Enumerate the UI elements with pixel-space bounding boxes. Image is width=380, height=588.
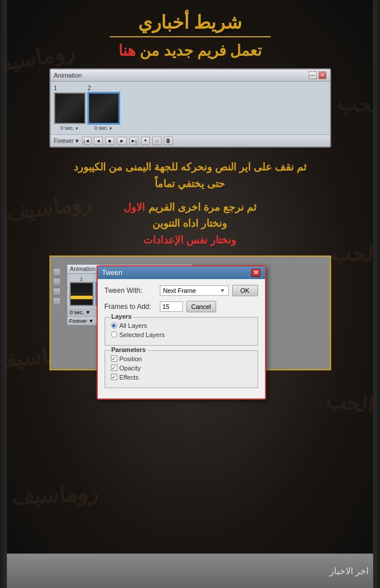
frame-1-number: 1 [54, 85, 57, 91]
side-btn-2[interactable] [53, 278, 61, 286]
animation-controls: Forever ▼ |◄ ◄ ■ ► ►| ✦ □ 🗑 [51, 134, 330, 146]
close-button[interactable]: ✕ [318, 71, 327, 79]
watermark-7: روماسيف [11, 480, 98, 510]
delete-frame-button[interactable]: 🗑 [164, 137, 173, 145]
all-layers-label: All Layers [120, 322, 147, 329]
frame-1: 1 0 sec. ▼ [54, 85, 86, 131]
text-block-2: ثم نرجع مرة اخرى الفريم الاول ونختار ادا… [14, 199, 366, 249]
parameters-section: Parameters ✓ Position ✓ [105, 350, 258, 388]
all-layers-row[interactable]: All Layers [111, 322, 252, 329]
step-forward-button[interactable]: ►| [129, 137, 139, 145]
text-block-2-line2: ونختار اداه التنوين [14, 215, 366, 232]
tween-close-button[interactable]: ✕ [251, 269, 260, 277]
text-block-1-line1: ثم نقف على اير النص ونحركه للجهة اليمنى … [14, 159, 366, 176]
skip-back-button[interactable]: |◄ [82, 137, 91, 145]
animation-panel-title: Animation [54, 72, 82, 79]
step-back-button[interactable]: ◄ [94, 137, 103, 145]
effects-checkbox[interactable]: ✓ [111, 374, 117, 380]
text-block-2-line1-wrap: ثم نرجع مرة اخرى الفريم الاول [14, 199, 366, 216]
opacity-label: Opacity [120, 365, 141, 372]
tween-with-row: Tween With: Next Frame ▼ OK [105, 285, 258, 296]
new-frame-button[interactable]: □ [152, 137, 162, 145]
small-frame-1: 1 [70, 276, 94, 306]
tween-with-arrow: ▼ [220, 288, 225, 293]
frames-to-add-row: Frames to Add: Cancel [105, 301, 258, 312]
frame-1-time: 0 sec. ▼ [60, 125, 79, 131]
subtitle: تعمل فريم جديد من هنا [9, 42, 371, 60]
side-btn-1[interactable] [53, 268, 61, 276]
small-frame-1-number: 1 [80, 276, 83, 282]
header-section: شريط أخباري [9, 11, 371, 37]
frame-1-content [55, 94, 85, 123]
cancel-button[interactable]: Cancel [186, 301, 216, 312]
bottom-bar-text: اخر الاخبار [329, 566, 369, 577]
effects-row[interactable]: ✓ Effects [111, 374, 252, 381]
text-block-2-line1: ثم نرجع مرة اخرى الفريم [148, 202, 256, 213]
tween-button[interactable]: ✦ [141, 137, 150, 145]
tween-container: Animation 1 2 [49, 256, 331, 370]
tween-with-value: Next Frame [163, 287, 196, 294]
effects-label: Effects [120, 374, 139, 381]
title-underline [110, 36, 271, 37]
frame-2: 2 0 sec. ▼ [88, 85, 120, 131]
titlebar-buttons: — ✕ [309, 71, 327, 79]
selected-layers-row[interactable]: Selected Layers [111, 331, 252, 338]
stop-button[interactable]: ■ [105, 137, 114, 145]
minimize-button[interactable]: — [309, 71, 317, 79]
bottom-bar: اخر الاخبار [0, 554, 380, 588]
side-bar-left [0, 0, 7, 588]
effects-check-mark: ✓ [112, 374, 116, 380]
small-frame-1-thumb[interactable] [70, 282, 94, 306]
layers-section: Layers All Layers Selected Layers [105, 317, 258, 346]
side-panel-buttons [53, 268, 61, 305]
loop-selector[interactable]: Forever ▼ [54, 138, 80, 144]
ok-button[interactable]: OK [232, 285, 258, 296]
tween-with-label: Tween With: [105, 287, 156, 295]
frame-2-thumb[interactable] [88, 92, 120, 124]
play-button[interactable]: ► [117, 137, 127, 145]
side-bar-right [373, 0, 380, 588]
page-title: شريط أخباري [9, 11, 371, 33]
content-area: شريط أخباري تعمل فريم جديد من هنا Animat… [0, 0, 380, 425]
frames-to-add-label: Frames to Add: [105, 303, 156, 311]
all-layers-radio[interactable] [111, 322, 117, 328]
small-time-value: 0 sec. [70, 310, 84, 315]
tween-dialog: Tween ✕ Tween With: Next Frame ▼ OK [97, 265, 266, 400]
frame-1-thumb[interactable] [54, 92, 86, 124]
position-check-mark: ✓ [112, 356, 116, 362]
opacity-checkbox[interactable]: ✓ [111, 365, 117, 371]
selected-layers-radio[interactable] [111, 331, 117, 338]
position-checkbox[interactable]: ✓ [111, 355, 117, 362]
frame-2-content [89, 94, 118, 123]
black-bar [71, 292, 93, 296]
small-time-arrow: ▼ [86, 310, 91, 315]
background-panel: Animation 1 2 [49, 256, 331, 370]
opacity-check-mark: ✓ [112, 365, 116, 371]
frame-1-time-arrow[interactable]: ▼ [75, 126, 79, 130]
loop-arrow: ▼ [74, 138, 80, 144]
side-btn-3[interactable] [53, 288, 61, 296]
side-btn-4[interactable] [53, 297, 61, 305]
layers-section-title: Layers [110, 313, 133, 320]
parameters-section-title: Parameters [110, 346, 148, 353]
tween-dialog-title: Tween [102, 269, 122, 277]
frame-1-time-value: 0 sec. [60, 125, 74, 131]
frame-2-time-value: 0 sec. [94, 125, 108, 131]
loop-label: Forever [54, 138, 74, 144]
subtitle-prefix: تعمل فريم جديد من [140, 42, 262, 59]
frame-2-number: 2 [88, 85, 91, 91]
main-background: روماسيف الحب روماسيف الحب روماسيف الحب ر… [0, 0, 380, 588]
text-block-2-red: الاول [124, 202, 145, 213]
opacity-row[interactable]: ✓ Opacity [111, 365, 252, 372]
tween-titlebar: Tween ✕ [98, 266, 265, 279]
selected-layers-label: Selected Layers [120, 331, 165, 338]
frame-2-time-arrow[interactable]: ▼ [109, 126, 113, 130]
frames-area: 1 0 sec. ▼ 2 0 sec. [51, 82, 330, 134]
frames-to-add-input[interactable] [160, 301, 183, 312]
subtitle-red-word: هنا [118, 42, 136, 59]
text-block-1: ثم نقف على اير النص ونحركه للجهة اليمنى … [14, 159, 366, 192]
animation-titlebar: Animation — ✕ [51, 69, 330, 82]
position-row[interactable]: ✓ Position [111, 355, 252, 362]
tween-with-select[interactable]: Next Frame ▼ [160, 285, 229, 296]
tween-body: Tween With: Next Frame ▼ OK Frames to Ad… [98, 279, 265, 399]
